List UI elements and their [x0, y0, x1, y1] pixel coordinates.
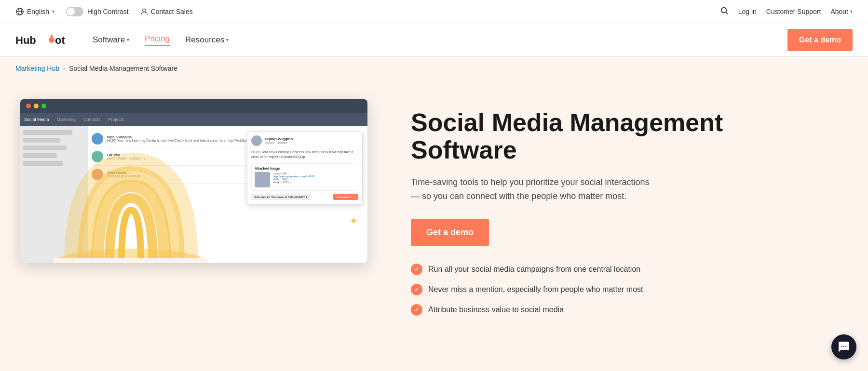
hero-cta-button[interactable]: Get a demo: [411, 219, 489, 246]
nav-items: Software ▾ Pricing Resources ▾: [93, 34, 229, 46]
about-dropdown[interactable]: About ▾: [830, 8, 853, 15]
attachment-thumbnail: [255, 172, 270, 187]
screenshot-topbar: [20, 99, 367, 113]
chat-user-avatar: [251, 135, 262, 146]
top-bar-left: English ▾ High Contrast Contact Sales: [15, 7, 193, 16]
globe-icon: [15, 7, 24, 16]
svg-rect-12: [54, 258, 208, 263]
svg-text:ot: ot: [55, 34, 65, 46]
attachment-title: Attached Image: [255, 167, 355, 170]
search-svg: [720, 6, 729, 15]
arch-svg: [54, 123, 208, 263]
feature-item-3: ✓ Attribute business value to social med…: [411, 304, 824, 316]
software-label: Software: [93, 35, 125, 45]
attachment-info: Image URL: http://mkto.play.mkto.com/rs/…: [273, 172, 317, 187]
chat-message-text: Hi(20) Your new Learning Center is now l…: [251, 150, 358, 159]
svg-point-4: [721, 7, 726, 13]
arch-decoration: [54, 123, 208, 263]
svg-point-8: [51, 35, 53, 37]
feature-text-2: Never miss a mention, especially from pe…: [428, 284, 643, 295]
ss-tab-projects: Projects: [108, 117, 124, 122]
svg-point-3: [142, 9, 145, 12]
top-bar-right: Log in Customer Support About ▾: [720, 6, 853, 17]
hero-title-line2: Software: [411, 136, 517, 164]
check-icon-3: ✓: [411, 304, 422, 316]
hero-title-line1: Social Media Management: [411, 108, 723, 136]
breadcrumb-parent[interactable]: Marketing Hub: [15, 65, 59, 72]
ss-tab-marketing: Marketing: [57, 117, 76, 122]
live-chat-button[interactable]: [831, 334, 856, 359]
contrast-toggle[interactable]: High Contrast: [66, 7, 129, 16]
svg-point-13: [841, 346, 842, 347]
language-label: English: [27, 8, 49, 15]
hero-right: Social Media Management Software Time-sa…: [382, 99, 853, 325]
feature-item-1: ✓ Run all your social media campaigns fr…: [411, 264, 824, 275]
feature-item-2: ✓ Never miss a mention, especially from …: [411, 284, 824, 295]
nav-software[interactable]: Software ▾: [93, 35, 129, 45]
main-navigation: Hub ot Software ▾ Pricing Resources ▾ Ge…: [0, 23, 868, 57]
resources-label: Resources: [185, 35, 224, 45]
language-selector[interactable]: English ▾: [15, 7, 54, 16]
ss-tab-contacts: Contacts: [83, 117, 101, 122]
about-chevron-icon: ▾: [850, 9, 853, 14]
hero-subtitle: Time-saving tools to help you prioritize…: [411, 175, 652, 203]
resources-chevron-icon: ▾: [226, 37, 229, 42]
search-icon[interactable]: [720, 6, 729, 17]
chat-user-subtitle: @user · Twitter: [265, 141, 293, 145]
feature-text-1: Run all your social media campaigns from…: [428, 264, 640, 275]
login-link[interactable]: Log in: [738, 8, 757, 15]
customer-support-link[interactable]: Customer Support: [766, 8, 821, 15]
language-chevron-icon: ▾: [52, 9, 54, 14]
window-minimize-dot: [34, 104, 39, 108]
hero-left: ✦ Social Media Marketing Contacts Projec…: [15, 99, 382, 263]
chat-compose-dialog: Bipbip Wiggins @user · Twitter Hi(20) Yo…: [247, 131, 363, 204]
check-icon-1: ✓: [411, 264, 422, 275]
nav-resources[interactable]: Resources ▾: [185, 35, 229, 45]
person-icon: [140, 8, 148, 15]
svg-text:Hub: Hub: [15, 34, 36, 46]
feature-text-3: Attribute business value to social media: [428, 304, 564, 316]
svg-point-14: [843, 346, 844, 347]
chat-attachment: Attached Image Image URL: http://mkto.pl…: [251, 163, 358, 191]
publish-button[interactable]: Schedule it ✓: [333, 194, 358, 200]
chat-dialog-header: Bipbip Wiggins @user · Twitter: [251, 135, 358, 146]
chat-user-info: Bipbip Wiggins @user · Twitter: [265, 137, 293, 145]
contrast-label: High Contrast: [87, 8, 129, 15]
hero-section: ✦ Social Media Marketing Contacts Projec…: [0, 80, 868, 371]
hubspot-logo[interactable]: Hub ot: [15, 30, 73, 50]
svg-line-5: [726, 12, 728, 14]
window-maximize-dot: [41, 104, 46, 108]
chat-user-name: Bipbip Wiggins: [265, 137, 293, 141]
ss-sidebar-item: [23, 153, 57, 158]
ss-tab-social: Social Media: [24, 117, 49, 122]
toggle-switch[interactable]: [66, 7, 83, 16]
software-chevron-icon: ▾: [127, 37, 129, 42]
breadcrumb-current: Social Media Management Software: [69, 65, 177, 72]
svg-point-7: [49, 37, 54, 43]
feature-list: ✓ Run all your social media campaigns fr…: [411, 264, 824, 316]
nav-pricing[interactable]: Pricing: [145, 34, 170, 46]
breadcrumb-separator: ›: [63, 65, 65, 72]
schedule-button[interactable]: Schedule for Tomorrow at 8:00 AM EDT ▾: [251, 194, 310, 200]
contact-sales-link[interactable]: Contact Sales: [140, 8, 193, 15]
nav-left: Hub ot Software ▾ Pricing Resources ▾: [15, 30, 229, 50]
check-icon-2: ✓: [411, 284, 422, 295]
chat-actions: Schedule for Tomorrow at 8:00 AM EDT ▾ S…: [251, 194, 358, 200]
sparkle-icon-right: ✦: [349, 215, 358, 227]
pricing-label: Pricing: [145, 34, 170, 44]
about-link[interactable]: About: [830, 8, 848, 15]
logo-svg: Hub ot: [15, 30, 73, 50]
attachment-content: Image URL: http://mkto.play.mkto.com/rs/…: [255, 172, 355, 187]
svg-point-15: [845, 346, 846, 347]
breadcrumb: Marketing Hub › Social Media Management …: [0, 57, 868, 80]
contact-sales-label: Contact Sales: [151, 8, 193, 15]
get-demo-button[interactable]: Get a demo: [787, 29, 853, 51]
chat-bubble-icon: [838, 341, 850, 353]
top-utility-bar: English ▾ High Contrast Contact Sales Lo…: [0, 0, 868, 23]
hero-title: Social Media Management Software: [411, 109, 824, 164]
window-close-dot: [26, 104, 31, 108]
